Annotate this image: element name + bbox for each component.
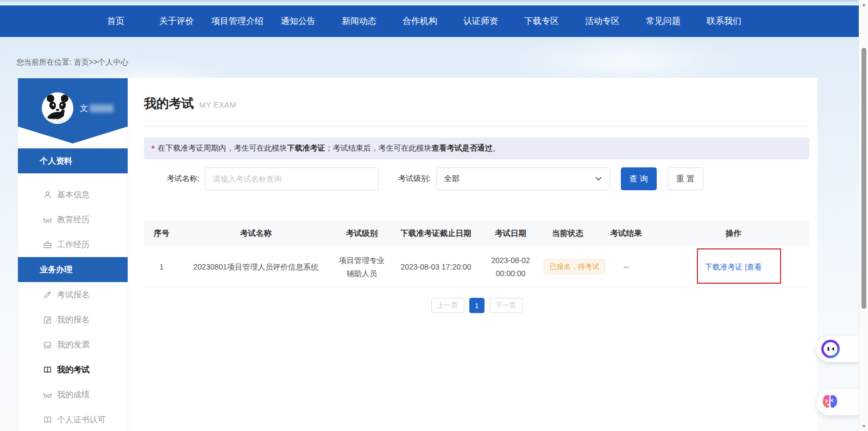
book-icon (43, 415, 52, 424)
exam-level-label: 考试级别: (398, 174, 431, 184)
table-row: 1 20230801项目管理人员评价信息系统 项目管理专业辅助人员 2023-0… (144, 246, 809, 288)
prev-page-button[interactable]: 上一页 (431, 298, 464, 313)
sidebar-item-label: 我的报名 (57, 315, 90, 325)
nav-item-downloads[interactable]: 下载专区 (511, 16, 572, 27)
nav-item-about-evaluation[interactable]: 关于评价 (146, 16, 207, 27)
sidebar: 不存在的 文 个人资料 基本信息 教育经历 (17, 78, 128, 431)
panda-meme-avatar: 不存在的 (42, 92, 73, 124)
vertical-scrollbar[interactable]: ▲ ▼ (859, 0, 868, 431)
notice-text-3: 。 (492, 143, 500, 153)
next-page-button[interactable]: 下一页 (489, 298, 523, 313)
scroll-down-arrow-icon[interactable]: ▼ (859, 424, 868, 429)
table-header-row: 序号 考试名称 考试级别 下载准考证截止日期 考试日期 当前状态 考试结果 操作 (144, 221, 809, 246)
sidebar-item-exam-registration[interactable]: 考试报名 (18, 282, 128, 307)
sidebar-item-work-history[interactable]: 工作经历 (18, 232, 128, 257)
sidebar-item-my-registration[interactable]: 我的报名 (18, 307, 128, 332)
sidebar-item-label: 基本信息 (57, 190, 90, 200)
exam-name-input[interactable] (205, 167, 379, 190)
notice-bold-check: 查看考试是否通过 (431, 143, 492, 153)
sidebar-item-my-exams[interactable]: 我的考试 (18, 357, 128, 382)
brain-tool-widget[interactable] (816, 389, 859, 415)
robot-assistant-icon (820, 339, 841, 359)
user-name-visible: 文 (80, 103, 88, 114)
cell-actions: 下载准考证|查看 (657, 258, 809, 276)
cell-exam-name: 20230801项目管理人员评价信息系统 (179, 258, 332, 276)
assistant-robot-widget[interactable] (816, 336, 859, 362)
sidebar-item-label: 我的发票 (57, 340, 90, 350)
invoice-icon (43, 340, 52, 349)
sidebar-item-label: 考试报名 (57, 290, 90, 300)
nav-item-certified-teachers[interactable]: 认证师资 (450, 16, 511, 27)
th-ticket-deadline: 下载准考证截止日期 (391, 224, 481, 242)
nav-item-pm-introduction[interactable]: 项目管理介绍 (207, 16, 268, 27)
notice-text-2: ；考试结束后，考生可在此模块 (325, 143, 431, 153)
svg-text:不存在的: 不存在的 (48, 118, 66, 123)
sidebar-item-label: 我的成绩 (57, 390, 90, 400)
exam-level-select[interactable]: 全部 (436, 167, 610, 190)
page-subtitle: MY EXAM (199, 101, 236, 109)
cell-exam-date: 2023-08-02 00:00:00 (481, 252, 540, 282)
notice-bold-download: 下载准考证 (287, 143, 325, 153)
cell-result: -- (595, 258, 657, 276)
reset-button[interactable]: 重 置 (668, 167, 703, 190)
nav-item-news[interactable]: 新闻动态 (329, 16, 389, 27)
required-asterisk: * (152, 144, 154, 153)
th-index: 序号 (144, 224, 179, 242)
sidebar-item-label: 个人证书认可 (57, 415, 106, 425)
sidebar-section-business[interactable]: 业务办理 (18, 257, 128, 282)
glasses-icon (43, 215, 52, 224)
page-1-button[interactable]: 1 (469, 298, 485, 313)
th-status: 当前状态 (540, 224, 595, 242)
search-form: 考试名称: 考试级别: 全部 查 询 重 置 (143, 167, 817, 190)
nav-item-home[interactable]: 首页 (85, 16, 146, 27)
cell-exam-level: 项目管理专业辅助人员 (332, 252, 391, 282)
sidebar-item-label: 教育经历 (57, 215, 90, 225)
chevron-down-icon (595, 177, 602, 181)
th-exam-level: 考试级别 (332, 224, 391, 242)
sidebar-item-personal-cert-recognition[interactable]: 个人证书认可 (18, 407, 128, 431)
sidebar-item-education-history[interactable]: 教育经历 (18, 207, 128, 232)
view-link[interactable]: 查看 (747, 263, 762, 271)
sidebar-item-label: 我的考试 (57, 365, 90, 375)
sidebar-item-my-invoices[interactable]: 我的发票 (18, 332, 128, 357)
page-title: 我的考试 (144, 94, 194, 113)
download-admission-ticket-link[interactable]: 下载准考证 (705, 263, 743, 271)
query-button[interactable]: 查 询 (621, 167, 657, 190)
sidebar-item-my-scores[interactable]: 我的成绩 (18, 382, 128, 407)
nav-item-contact[interactable]: 联系我们 (694, 16, 754, 27)
sidebar-item-label: 工作经历 (57, 240, 90, 250)
th-actions: 操作 (657, 224, 809, 242)
user-name-blurred (90, 104, 114, 113)
notice-bar: * 在下载准考证周期内，考生可在此模块 下载准考证 ；考试结束后，考生可在此模块… (144, 138, 809, 159)
exam-name-label: 考试名称: (167, 174, 199, 184)
nav-item-faq[interactable]: 常见问题 (633, 16, 694, 27)
briefcase-icon (43, 240, 52, 249)
top-navbar: 首页 关于评价 项目管理介绍 通知公告 新闻动态 合作机构 认证师资 下载专区 … (0, 5, 868, 37)
pencil-icon (43, 290, 52, 299)
user-icon (43, 190, 52, 199)
breadcrumb: 您当前所在位置: 首页>>个人中心 (16, 58, 128, 67)
profile-header: 不存在的 文 (18, 78, 128, 143)
note-icon (43, 315, 52, 324)
scroll-up-arrow-icon[interactable]: ▲ (859, 2, 868, 7)
book-icon (43, 365, 52, 374)
cell-ticket-deadline: 2023-08-03 17:20:00 (391, 258, 481, 276)
exam-level-selected-value: 全部 (444, 174, 460, 184)
browser-top-strip (0, 0, 868, 5)
notice-text-1: 在下载准考证周期内，考生可在此模块 (158, 143, 287, 153)
brain-icon (820, 392, 840, 412)
nav-item-partners[interactable]: 合作机构 (389, 16, 450, 27)
scrollbar-thumb[interactable] (861, 48, 866, 309)
nav-item-notices[interactable]: 通知公告 (268, 16, 329, 27)
nav-item-activities[interactable]: 活动专区 (572, 16, 633, 27)
sidebar-section-personal-data[interactable]: 个人资料 (18, 148, 128, 173)
th-exam-date: 考试日期 (481, 224, 540, 242)
exams-table: 序号 考试名称 考试级别 下载准考证截止日期 考试日期 当前状态 考试结果 操作… (144, 221, 809, 288)
cell-status: 已报名，待考试 (540, 257, 595, 276)
th-result: 考试结果 (595, 224, 657, 242)
main-panel: 我的考试 MY EXAM * 在下载准考证周期内，考生可在此模块 下载准考证 ；… (128, 78, 817, 431)
title-divider (144, 126, 809, 127)
th-exam-name: 考试名称 (179, 224, 332, 242)
sidebar-item-basic-info[interactable]: 基本信息 (18, 182, 128, 207)
cell-index: 1 (144, 258, 179, 276)
